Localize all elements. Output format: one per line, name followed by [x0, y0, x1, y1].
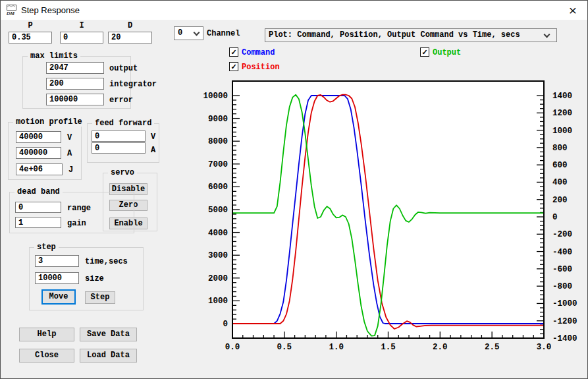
- gain-input[interactable]: [15, 217, 61, 228]
- svg-text:8000: 8000: [208, 137, 228, 146]
- ff-velocity-input[interactable]: [92, 131, 146, 142]
- svg-text:-200: -200: [552, 230, 572, 239]
- i-input[interactable]: [60, 32, 103, 44]
- plot-select-value: Plot: Command, Position, Output Command …: [269, 30, 520, 40]
- svg-text:1200: 1200: [552, 109, 572, 118]
- ff-velocity-label: V: [151, 132, 155, 142]
- velocity-label: V: [67, 133, 72, 142]
- svg-text:0.0: 0.0: [225, 343, 240, 352]
- jerk-input[interactable]: [16, 163, 63, 175]
- svg-text:800: 800: [552, 144, 568, 153]
- step-group: step time,secs size Move Step: [29, 247, 144, 310]
- range-input[interactable]: [15, 202, 61, 213]
- svg-text:200: 200: [552, 196, 568, 205]
- help-button[interactable]: Help: [19, 328, 74, 341]
- dead-band-group: dead band range gain: [9, 192, 134, 233]
- window-title: Step Response: [21, 5, 80, 15]
- output-limit-label: output: [109, 64, 138, 73]
- channel-select[interactable]: 0: [174, 26, 203, 40]
- svg-text:0.5: 0.5: [277, 343, 292, 352]
- error-limit-label: error: [109, 96, 133, 105]
- app-icon: DM: [6, 4, 18, 16]
- step-response-window: DM Step Response × P I D max limits outp…: [0, 0, 588, 379]
- svg-text:-400: -400: [552, 248, 572, 257]
- save-data-button[interactable]: Save Data: [80, 328, 137, 341]
- feed-forward-group: feed forward V A: [87, 123, 159, 163]
- svg-text:1000: 1000: [552, 127, 572, 136]
- chevron-down-icon: [194, 30, 200, 36]
- servo-title: servo: [108, 168, 137, 177]
- motion-profile-title: motion profile: [13, 117, 85, 127]
- svg-text:DM: DM: [7, 11, 14, 16]
- load-data-button[interactable]: Load Data: [80, 349, 137, 363]
- acceleration-label: A: [67, 149, 72, 158]
- svg-text:3000: 3000: [208, 251, 228, 260]
- output-limit-input[interactable]: [46, 62, 104, 74]
- step-response-chart: 0.00.51.01.52.02.53.00100020003000400050…: [198, 73, 588, 363]
- step-size-label: size: [85, 274, 104, 283]
- d-label: D: [108, 21, 152, 30]
- position-checkbox-label: Position: [242, 63, 280, 72]
- output-checkbox[interactable]: ✓: [420, 47, 429, 57]
- svg-text:5000: 5000: [208, 206, 228, 215]
- feed-forward-title: feed forward: [92, 119, 154, 128]
- ff-acceleration-label: A: [151, 146, 155, 155]
- channel-label: Channel: [207, 29, 240, 38]
- close-button[interactable]: Close: [19, 349, 74, 363]
- svg-text:400: 400: [552, 178, 568, 187]
- svg-text:10000: 10000: [203, 92, 228, 101]
- svg-text:3.0: 3.0: [537, 343, 552, 352]
- svg-text:1000: 1000: [208, 297, 228, 306]
- svg-text:-600: -600: [552, 265, 572, 274]
- svg-text:-1400: -1400: [552, 334, 577, 343]
- svg-text:0: 0: [223, 320, 228, 329]
- output-checkbox-label: Output: [433, 48, 461, 57]
- integrator-limit-label: integrator: [109, 80, 157, 89]
- svg-text:4000: 4000: [208, 229, 228, 238]
- svg-text:2000: 2000: [208, 274, 228, 283]
- step-title: step: [34, 243, 59, 252]
- step-button[interactable]: Step: [85, 291, 115, 304]
- svg-text:1.0: 1.0: [329, 343, 344, 352]
- gain-label: gain: [67, 219, 86, 228]
- channel-value: 0: [178, 28, 182, 38]
- svg-text:2.5: 2.5: [485, 343, 500, 352]
- position-checkbox[interactable]: ✓: [229, 62, 238, 71]
- d-input[interactable]: [108, 32, 152, 44]
- i-label: I: [60, 21, 103, 30]
- step-time-label: time,secs: [85, 257, 128, 266]
- svg-text:600: 600: [552, 161, 568, 170]
- command-checkbox[interactable]: ✓: [229, 47, 238, 57]
- integrator-limit-input[interactable]: [46, 78, 104, 90]
- p-input[interactable]: [9, 32, 52, 44]
- chevron-down-icon: [544, 32, 550, 38]
- close-icon[interactable]: ×: [569, 1, 577, 19]
- svg-text:-800: -800: [552, 282, 572, 291]
- plot-select[interactable]: Plot: Command, Position, Output Command …: [265, 28, 557, 42]
- svg-text:6000: 6000: [208, 183, 228, 192]
- ff-acceleration-input[interactable]: [92, 142, 146, 154]
- dead-band-title: dead band: [14, 187, 63, 196]
- max-limits-title: max limits: [28, 51, 80, 61]
- svg-text:-1000: -1000: [552, 299, 577, 308]
- step-time-input[interactable]: [35, 255, 79, 267]
- motion-profile-group: motion profile V A J: [8, 122, 82, 180]
- svg-text:0: 0: [552, 213, 558, 222]
- titlebar: DM Step Response ×: [1, 1, 587, 20]
- svg-text:1.5: 1.5: [381, 343, 396, 352]
- range-label: range: [67, 204, 91, 213]
- jerk-label: J: [68, 165, 73, 175]
- svg-text:2.0: 2.0: [433, 343, 448, 352]
- move-button[interactable]: Move: [41, 289, 76, 305]
- error-limit-input[interactable]: [46, 94, 104, 105]
- svg-text:-1200: -1200: [552, 317, 577, 326]
- svg-text:7000: 7000: [208, 160, 228, 169]
- p-label: P: [9, 21, 52, 30]
- command-checkbox-label: Command: [242, 48, 275, 57]
- svg-text:9000: 9000: [208, 115, 228, 124]
- velocity-input[interactable]: [16, 131, 61, 143]
- svg-text:1400: 1400: [552, 92, 572, 101]
- max-limits-group: max limits output integrator error: [22, 56, 131, 109]
- step-size-input[interactable]: [35, 272, 79, 284]
- acceleration-input[interactable]: [16, 147, 61, 159]
